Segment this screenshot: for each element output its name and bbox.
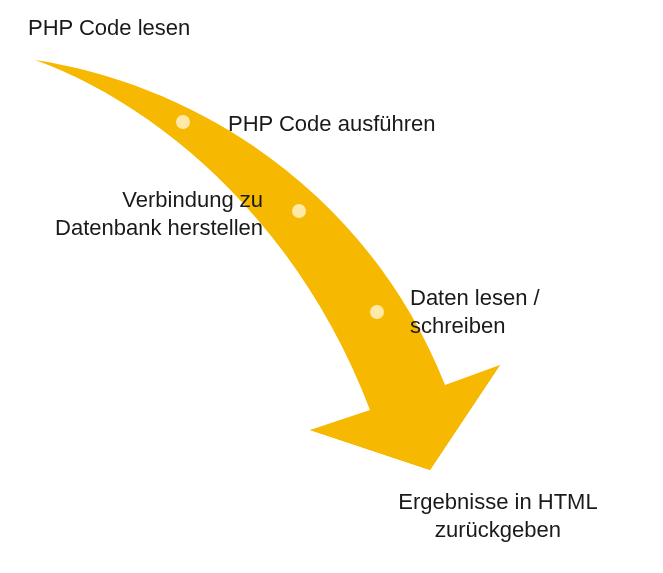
step-label-read-code: PHP Code lesen <box>28 14 190 42</box>
step-label-exec-code: PHP Code ausführen <box>228 110 436 138</box>
step-dot-3 <box>370 305 384 319</box>
step-label-data-rw: Daten lesen / schreiben <box>410 284 540 339</box>
step-dot-1 <box>176 115 190 129</box>
step-dot-2 <box>292 204 306 218</box>
step-label-output-html: Ergebnisse in HTML zurückgeben <box>348 488 648 543</box>
step-label-db-connect: Verbindung zu Datenbank herstellen <box>55 186 263 241</box>
php-process-diagram: PHP Code lesen PHP Code ausführen Verbin… <box>0 0 663 573</box>
